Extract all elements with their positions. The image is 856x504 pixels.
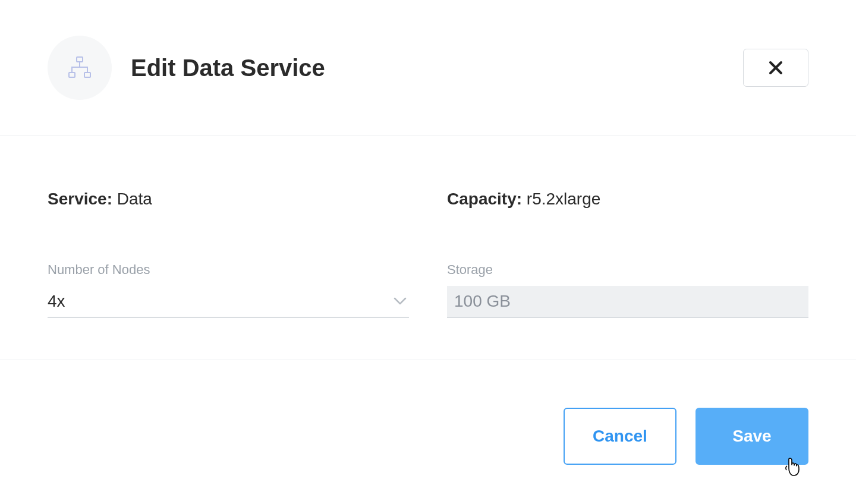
capacity-label: Capacity: <box>447 190 522 208</box>
col-right: Capacity: r5.2xlarge Storage 100 GB <box>447 190 808 318</box>
dialog-footer: Cancel Save <box>0 360 856 465</box>
service-icon-badge <box>48 36 112 100</box>
close-button[interactable] <box>743 49 808 87</box>
svg-rect-1 <box>69 73 75 77</box>
dialog-title: Edit Data Service <box>131 55 325 81</box>
service-row: Service: Data <box>48 190 409 209</box>
network-icon <box>67 56 93 80</box>
cancel-button[interactable]: Cancel <box>564 408 676 465</box>
nodes-select[interactable]: 4x <box>48 286 409 318</box>
chevron-down-icon <box>394 297 407 305</box>
storage-value: 100 GB <box>454 292 511 311</box>
nodes-select-value: 4x <box>48 292 65 311</box>
storage-input: 100 GB <box>447 286 808 318</box>
save-button[interactable]: Save <box>696 408 808 465</box>
nodes-label: Number of Nodes <box>48 262 409 278</box>
capacity-value: r5.2xlarge <box>527 190 601 208</box>
service-value: Data <box>117 190 152 208</box>
header-left: Edit Data Service <box>48 36 325 100</box>
svg-rect-0 <box>77 57 83 62</box>
dialog-header: Edit Data Service <box>0 0 856 136</box>
capacity-row: Capacity: r5.2xlarge <box>447 190 808 209</box>
col-left: Service: Data Number of Nodes 4x <box>48 190 409 318</box>
svg-rect-2 <box>84 73 90 77</box>
close-icon <box>768 60 783 75</box>
dialog-body: Service: Data Number of Nodes 4x Capacit… <box>0 136 856 360</box>
service-label: Service: <box>48 190 112 208</box>
storage-label: Storage <box>447 262 808 278</box>
